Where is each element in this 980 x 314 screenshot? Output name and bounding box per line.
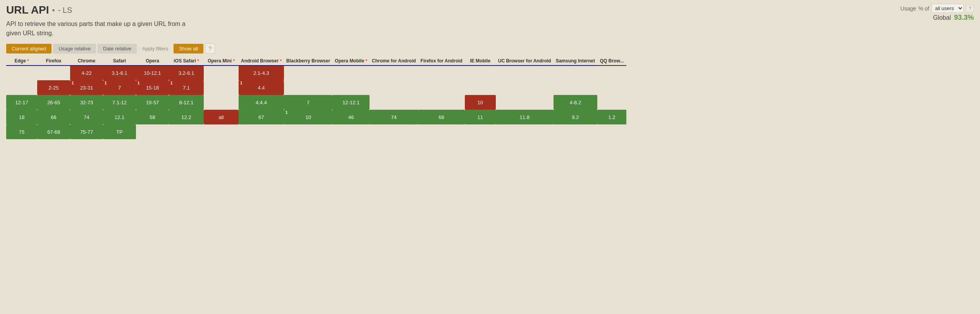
- cell-firefox-row3: 66: [37, 110, 70, 124]
- col-header-chrome_android: Chrome for Android: [370, 57, 418, 66]
- cell-uc-row1: [496, 80, 554, 95]
- table-header: Edge *FirefoxChromeSafariOperaiOS Safari…: [6, 57, 626, 66]
- cell-chrome-row0: 4-22: [70, 66, 103, 80]
- cell-android-row0: 2.1-4.3: [239, 66, 284, 80]
- cell-edge-row2: 12-17: [6, 95, 37, 110]
- cell-ie_mobile-row4: [465, 124, 496, 139]
- cell-opera-row2: 19-57: [136, 95, 169, 110]
- cell-chrome-row4: 75-77: [70, 124, 103, 139]
- cell-safari-row1: 17: [103, 80, 136, 95]
- title-block: URL API ▪ - LS API to retrieve the vario…: [6, 4, 186, 38]
- compat-table: Edge *FirefoxChromeSafariOperaiOS Safari…: [6, 57, 626, 139]
- users-select[interactable]: all users my users: [932, 4, 964, 13]
- cell-samsung-row2: 4-8.2: [554, 95, 597, 110]
- cell-opera_mobile-row2: 12-12.1: [332, 95, 370, 110]
- compat-table-container: Edge *FirefoxChromeSafariOperaiOS Safari…: [0, 57, 980, 145]
- col-header-ios_safari: iOS Safari *: [169, 57, 204, 66]
- cell-safari-row3: 12.1: [103, 110, 136, 124]
- cell-samsung-row0: [554, 66, 597, 80]
- cell-edge-row3: 18: [6, 110, 37, 124]
- cell-bb-row0: [284, 66, 332, 80]
- col-header-edge: Edge *: [6, 57, 37, 66]
- table-body: 4-223.1-6.110-12.13.2-6.12.1-4.32-25123-…: [6, 66, 626, 139]
- cell-chrome-row2: 32-73: [70, 95, 103, 110]
- cell-chrome_android-row4: [370, 124, 418, 139]
- global-label: Global: [933, 14, 951, 21]
- cell-chrome_android-row0: [370, 66, 418, 80]
- title-suffix: - LS: [58, 6, 72, 15]
- global-percent: 93.3%: [954, 14, 974, 22]
- cell-android-row4: [239, 124, 284, 139]
- cell-opera-row4: [136, 124, 169, 139]
- description: API to retrieve the various parts that m…: [6, 19, 186, 38]
- cell-ie_mobile-row0: [465, 66, 496, 80]
- usage-row: Usage % of all users my users ?: [896, 4, 974, 13]
- date-relative-button[interactable]: Date relative: [98, 44, 137, 53]
- cell-opera-row1: 115-18: [136, 80, 169, 95]
- cell-edge-row0: [6, 66, 37, 80]
- cell-opera-row3: 58: [136, 110, 169, 124]
- apply-filters-button[interactable]: Apply filters: [138, 44, 172, 53]
- cell-opera_mobile-row1: [332, 80, 370, 95]
- cell-opera_mini-row4: [204, 124, 239, 139]
- cell-ios_safari-row0: 3.2-6.1: [169, 66, 204, 80]
- global-row: Global 93.3%: [896, 14, 974, 22]
- cell-edge-row1: [6, 80, 37, 95]
- cell-edge-row4: 75: [6, 124, 37, 139]
- cell-qq-row1: [597, 80, 626, 95]
- cell-android-row3: 67: [239, 110, 284, 124]
- cell-uc-row4: [496, 124, 554, 139]
- cell-opera_mini-row2: [204, 95, 239, 110]
- cell-uc-row0: [496, 66, 554, 80]
- col-header-opera: Opera: [136, 57, 169, 66]
- cell-ios_safari-row1: 17.1: [169, 80, 204, 95]
- cell-bb-row1: [284, 80, 332, 95]
- cell-chrome_android-row3: 74: [370, 110, 418, 124]
- cell-chrome_android-row2: [370, 95, 418, 110]
- current-aligned-button[interactable]: Current aligned: [6, 44, 52, 53]
- cell-opera-row0: 10-12.1: [136, 66, 169, 80]
- cell-uc-row2: [496, 95, 554, 110]
- usage-relative-button[interactable]: Usage relative: [53, 44, 96, 53]
- table-row: 18667412.15812.2all671104674661111.89.21…: [6, 110, 626, 124]
- col-header-uc: UC Browser for Android: [496, 57, 554, 66]
- header: URL API ▪ - LS API to retrieve the vario…: [0, 0, 980, 40]
- col-header-opera_mini: Opera Mini *: [204, 57, 239, 66]
- cell-safari-row0: 3.1-6.1: [103, 66, 136, 80]
- cell-bb-row3: 110: [284, 110, 332, 124]
- cell-samsung-row1: [554, 80, 597, 95]
- api-title-text: URL API: [6, 4, 49, 16]
- usage-block: Usage % of all users my users ? Global 9…: [896, 4, 974, 22]
- cell-qq-row0: [597, 66, 626, 80]
- cell-firefox_android-row1: [418, 80, 465, 95]
- col-header-chrome: Chrome: [70, 57, 103, 66]
- table-row: 12-1726-6532-737.1-1219-578-12.14.4.4712…: [6, 95, 626, 110]
- cell-bb-row4: [284, 124, 332, 139]
- cell-chrome-row3: 74: [70, 110, 103, 124]
- cell-samsung-row3: 9.2: [554, 110, 597, 124]
- cell-android-row2: 4.4.4: [239, 95, 284, 110]
- cell-opera_mini-row0: [204, 66, 239, 80]
- cell-ios_safari-row3: 12.2: [169, 110, 204, 124]
- page-title: URL API ▪ - LS: [6, 4, 186, 16]
- cell-firefox_android-row2: [418, 95, 465, 110]
- cell-firefox_android-row3: 66: [418, 110, 465, 124]
- usage-help-button[interactable]: ?: [966, 5, 974, 12]
- cell-samsung-row4: [554, 124, 597, 139]
- cell-uc-row3: 11.8: [496, 110, 554, 124]
- cell-opera_mobile-row0: [332, 66, 370, 80]
- col-header-safari: Safari: [103, 57, 136, 66]
- table-row: 2-25123-3117115-1817.114.4: [6, 80, 626, 95]
- filters-help-button[interactable]: ?: [205, 43, 215, 53]
- cell-chrome-row1: 123-31: [70, 80, 103, 95]
- cell-chrome_android-row1: [370, 80, 418, 95]
- table-row: 7567-6875-77TP: [6, 124, 626, 139]
- cell-qq-row3: 1.2: [597, 110, 626, 124]
- col-header-firefox: Firefox: [37, 57, 70, 66]
- show-all-button[interactable]: Show all: [174, 44, 203, 53]
- cell-safari-row2: 7.1-12: [103, 95, 136, 110]
- cell-opera_mini-row3: all: [204, 110, 239, 124]
- cell-opera_mini-row1: [204, 80, 239, 95]
- usage-label: Usage: [901, 5, 916, 12]
- cell-android-row1: 14.4: [239, 80, 284, 95]
